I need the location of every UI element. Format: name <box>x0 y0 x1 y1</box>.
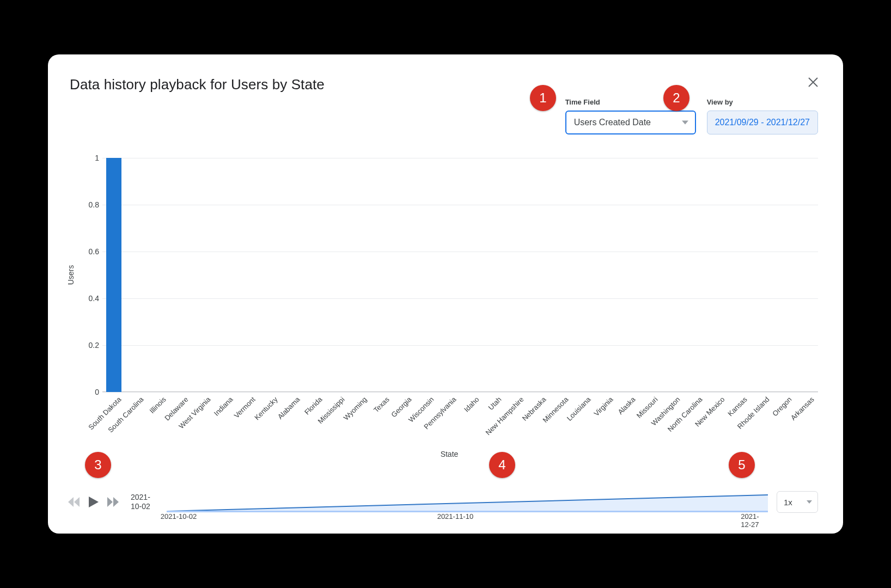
time-field-value: Users Created Date <box>574 118 651 127</box>
play-button[interactable] <box>86 494 101 510</box>
y-tick-label: 0.4 <box>83 294 99 303</box>
controls: Time Field Users Created Date View by 20… <box>565 98 818 134</box>
date-range-picker[interactable]: 2021/09/29 - 2021/12/27 <box>707 111 818 134</box>
x-axis-label: State <box>81 450 818 458</box>
bar <box>106 158 121 392</box>
grid-line <box>102 298 818 299</box>
play-icon <box>89 497 99 507</box>
timeline-tick: 2021-12-27 <box>741 512 759 529</box>
date-range-value: 2021/09/29 - 2021/12/27 <box>715 118 810 127</box>
current-date-line1: 2021- <box>131 493 150 501</box>
chevron-down-icon <box>682 121 688 125</box>
playback-bar: 2021- 10-02 2021-10-02 2021-11-10 2021-1… <box>66 480 818 524</box>
annotation-badge-3: 3 <box>85 452 111 478</box>
grid-line <box>102 345 818 346</box>
y-axis-label: Users <box>66 265 75 285</box>
annotation-badge-4: 4 <box>489 452 515 478</box>
chevron-down-icon <box>807 500 812 504</box>
grid-line <box>102 205 818 205</box>
timeline[interactable]: 2021-10-02 2021-11-10 2021-12-27 <box>167 488 768 516</box>
grid-line <box>102 252 818 252</box>
y-tick-label: 0.2 <box>83 341 99 350</box>
y-tick-label: 0 <box>83 388 99 396</box>
current-date: 2021- 10-02 <box>131 493 161 511</box>
view-by-label: View by <box>707 98 818 106</box>
close-button[interactable] <box>808 76 818 90</box>
time-field-select[interactable]: Users Created Date <box>565 111 696 134</box>
timeline-tick: 2021-11-10 <box>437 512 474 520</box>
x-tick-container: South DakotaSouth CarolinaIllinoisDelawa… <box>102 392 818 452</box>
annotation-badge-1: 1 <box>530 85 556 111</box>
playback-buttons <box>66 494 121 510</box>
current-date-line2: 10-02 <box>131 502 150 511</box>
rewind-icon <box>68 497 80 507</box>
y-tick-label: 1 <box>83 154 99 162</box>
annotation-badge-5: 5 <box>729 452 755 478</box>
y-tick-label: 0.6 <box>83 247 99 256</box>
timeline-sparkline <box>167 488 768 516</box>
close-icon <box>808 77 818 87</box>
timeline-tick: 2021-10-02 <box>161 512 197 520</box>
rewind-button[interactable] <box>66 494 82 510</box>
playback-speed-value: 1x <box>784 498 792 507</box>
dialog: Data history playback for Users by State… <box>48 54 843 534</box>
view-by-control: View by 2021/09/29 - 2021/12/27 <box>707 98 818 134</box>
fast-forward-button[interactable] <box>106 494 121 510</box>
y-tick-label: 0.8 <box>83 200 99 209</box>
grid-line <box>102 158 818 158</box>
dialog-title: Data history playback for Users by State <box>70 76 821 93</box>
annotation-badge-2: 2 <box>663 85 689 111</box>
fast-forward-icon <box>107 497 119 507</box>
plot-area: 00.20.40.60.81 <box>102 158 818 392</box>
playback-speed-select[interactable]: 1x <box>777 491 818 513</box>
chart: Users 00.20.40.60.81 South DakotaSouth C… <box>81 158 818 392</box>
